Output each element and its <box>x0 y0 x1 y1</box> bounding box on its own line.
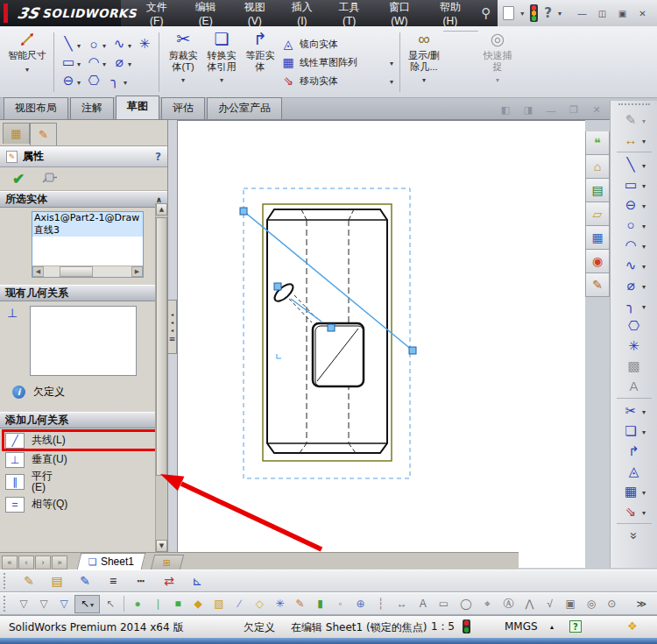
filter-gtols-icon[interactable]: ⌖ <box>477 595 497 613</box>
window-restore-button[interactable]: ◫ <box>593 6 611 21</box>
move-entities-button[interactable]: ⇘移动实体 <box>279 73 395 88</box>
design-library-icon[interactable]: ▤ <box>585 179 610 202</box>
scroll-left-button[interactable]: ◀ <box>32 266 44 277</box>
mirror-entities-button[interactable]: ◬镜向实体 <box>279 36 395 52</box>
smart-dimension-icon[interactable]: ↔ <box>620 130 647 150</box>
polygon-icon[interactable]: ⎔ <box>624 315 645 336</box>
filter-dimensions-icon[interactable]: ↔ <box>392 595 413 613</box>
line-tool-button[interactable]: ╲ <box>59 35 82 53</box>
filter-centerline-icon[interactable]: ┆ <box>371 595 391 613</box>
text-icon[interactable]: A <box>624 376 645 396</box>
circle-icon[interactable]: ○ <box>620 215 647 235</box>
tag-icon[interactable]: ❖ <box>627 619 638 633</box>
filter-toggle-all-icon[interactable]: ▽ <box>54 595 74 613</box>
filter-notes-icon[interactable]: ▭ <box>434 595 454 613</box>
sheet-nav-first-button[interactable]: « <box>2 556 18 570</box>
filter-datums-icon[interactable]: Ⓐ <box>498 595 519 613</box>
collinear-relation-button[interactable]: ╱共线(L) <box>4 431 163 449</box>
ellipse-tool-button[interactable]: ⌀ <box>110 53 133 71</box>
layer-properties-icon[interactable]: ✎ <box>18 572 39 591</box>
help-icon[interactable]: ? <box>544 5 552 21</box>
point-tool-button[interactable]: ✳ <box>135 35 154 53</box>
status-traffic-light-icon[interactable] <box>463 619 470 633</box>
perpendicular-relation-button[interactable]: ⊥垂直(U) <box>4 450 163 469</box>
doc-close-button[interactable]: ✕ <box>589 103 604 117</box>
panel-vertical-scrollbar[interactable]: ▲ ▼ <box>155 203 167 552</box>
doc-minimize-button[interactable]: — <box>543 103 559 117</box>
filter-planes-icon[interactable]: ◇ <box>250 595 269 613</box>
traffic-light-icon[interactable] <box>530 4 538 22</box>
line-color-icon[interactable]: ✎ <box>74 572 95 591</box>
fillet-icon[interactable]: ╮ <box>620 295 647 315</box>
display-delete-relations-button[interactable]: ∞显示/删 除几... <box>405 29 443 96</box>
comments-icon[interactable]: ❝ <box>585 131 610 155</box>
color-display-mode-icon[interactable]: ⊾ <box>187 572 208 591</box>
view-palette-icon[interactable]: ▦ <box>585 226 610 250</box>
graphics-area[interactable] <box>178 120 585 568</box>
tab-office-products[interactable]: 办公室产品 <box>207 97 282 119</box>
filter-center-marks-icon[interactable]: ⊕ <box>351 595 371 613</box>
rectangle-tool-button[interactable]: ▭ <box>59 53 82 71</box>
panel-splitter[interactable]: ◂◂◂≡ <box>168 120 178 568</box>
window-maximize-button[interactable]: ▣ <box>613 6 632 21</box>
line-style-icon[interactable]: ┅ <box>131 572 152 591</box>
ellipse-icon[interactable]: ⌀ <box>620 275 647 295</box>
marquee-icon[interactable]: ▩ <box>624 356 645 376</box>
toolbar-grip[interactable] <box>4 573 8 589</box>
window-minimize-button[interactable]: — <box>573 6 591 21</box>
filter-sketch-segments-icon[interactable]: ▮ <box>311 595 330 613</box>
toolbar-overflow-icon[interactable]: ≫ <box>631 598 652 611</box>
filter-blocks-icon[interactable]: ▣ <box>560 595 580 613</box>
filter-clear-all-icon[interactable]: ▽ <box>34 595 53 613</box>
line-thickness-icon[interactable]: ≡ <box>102 572 124 591</box>
equal-relation-button[interactable]: =相等(Q) <box>4 495 163 513</box>
status-help-icon[interactable]: ? <box>569 620 582 633</box>
fillet-tool-button[interactable]: ╮ <box>105 72 129 89</box>
existing-relations-listbox[interactable] <box>30 306 137 376</box>
filter-surface-finish-icon[interactable]: √ <box>540 595 559 613</box>
linear-sketch-pattern-button[interactable]: ▦线性草图阵列 <box>279 54 395 70</box>
trim-entities-button[interactable]: ✂剪裁实 体(T) <box>164 29 202 96</box>
add-relations-header[interactable]: 添加几何关系∧ <box>0 412 167 428</box>
sheet-nav-prev-button[interactable]: ‹ <box>18 556 34 570</box>
sheet-nav-last-button[interactable]: » <box>52 556 67 570</box>
filter-vertices-icon[interactable]: ● <box>128 595 147 613</box>
tab-evaluate[interactable]: 评估 <box>161 97 205 119</box>
filter-annotations-icon[interactable]: A <box>413 595 433 613</box>
slot-icon[interactable]: ⊖ <box>620 195 647 215</box>
panel-tab-properties[interactable]: ✎ <box>30 123 57 145</box>
doc-restore-button[interactable]: ❐ <box>566 103 582 117</box>
units-dropdown-icon[interactable]: ▴ <box>550 623 554 631</box>
panel-help-icon[interactable]: ? <box>155 151 161 163</box>
add-sheet-tab[interactable]: ⊞ <box>151 555 184 570</box>
doc-window-icon-a[interactable]: ◧ <box>498 103 513 117</box>
offset-entities-button[interactable]: ↱等距实 体 <box>241 29 279 96</box>
sheet-tab-sheet1[interactable]: ❏ Sheet1 <box>77 553 146 570</box>
select-over-geometry-icon[interactable]: ↖ <box>101 595 120 613</box>
home-icon[interactable]: ⌂ <box>585 155 610 179</box>
selected-entity-item[interactable]: Axis1@Part2-1@Draw <box>32 212 143 223</box>
sheet-nav-next-button[interactable]: › <box>35 556 51 570</box>
help-dropdown-icon[interactable]: ▾ <box>558 10 562 18</box>
filter-solid-bodies-icon[interactable]: ▧ <box>208 595 229 613</box>
window-close-button[interactable]: ✕ <box>633 6 652 21</box>
pin-icon[interactable] <box>42 171 58 188</box>
scroll-down-button[interactable]: ▼ <box>156 540 167 552</box>
tab-view-layout[interactable]: 视图布局 <box>4 97 68 119</box>
filter-cosmetic-threads-icon[interactable]: ◎ <box>582 595 601 613</box>
convert-entities-icon[interactable]: ❏ <box>620 421 647 441</box>
scroll-up-button[interactable]: ▲ <box>156 203 167 216</box>
move-entities-icon[interactable]: ⇘ <box>620 501 647 521</box>
file-explorer-icon[interactable]: ▱ <box>585 202 610 226</box>
toolbar-expand-icon[interactable]: » <box>624 526 645 546</box>
linear-pattern-icon[interactable]: ▦ <box>620 481 647 501</box>
rectangle-icon[interactable]: ▭ <box>620 174 647 195</box>
tab-sketch[interactable]: 草图 <box>116 96 159 119</box>
spline-tool-button[interactable]: ∿ <box>110 35 133 53</box>
splitter-handle[interactable]: ◂◂◂≡ <box>167 300 177 354</box>
filter-midpoints-icon[interactable]: ◦ <box>331 595 350 613</box>
filter-sketches-icon[interactable]: ✎ <box>291 595 310 613</box>
hide-show-edges-icon[interactable]: ⇄ <box>159 572 180 591</box>
toolbar-grip[interactable] <box>4 596 8 612</box>
point-icon[interactable]: ✳ <box>624 336 645 356</box>
